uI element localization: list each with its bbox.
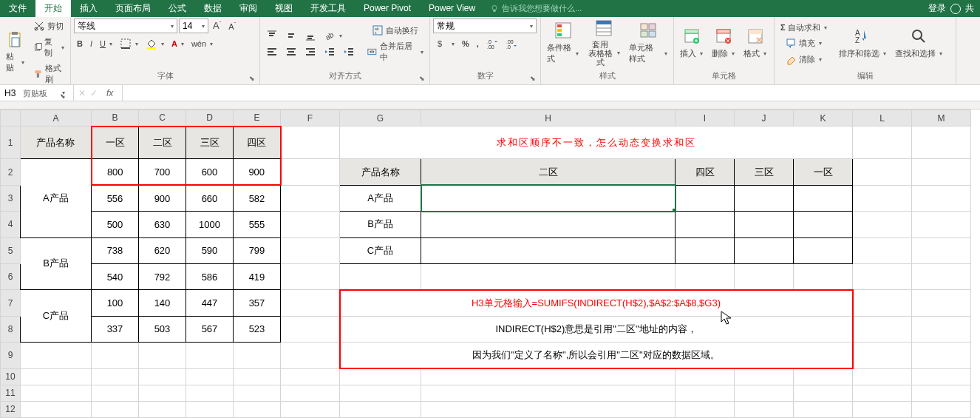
clear-button[interactable]: 清除▾ [777,53,830,67]
cell[interactable] [735,401,794,417]
autosum-button[interactable]: Σ自动求和▾ [777,21,830,35]
row-header-11[interactable]: 11 [1,385,21,401]
cell[interactable] [912,368,971,385]
login-link[interactable]: 登录 [928,2,946,15]
font-size-select[interactable]: 14▾ [179,18,208,33]
cell[interactable] [853,237,912,263]
cell[interactable]: 二区 [139,127,186,159]
cell[interactable]: 三区 [735,159,794,185]
note-line-3[interactable]: 因为我们"定义了名称",所以会引用"二区"对应的数据区域。 [340,343,853,368]
cell[interactable] [281,290,340,316]
cell[interactable] [234,343,281,368]
cell[interactable] [281,263,340,289]
cell[interactable] [912,212,971,237]
cell[interactable]: 700 [139,159,186,185]
col-header-L[interactable]: L [853,110,912,127]
cell[interactable] [139,401,186,417]
align-left-button[interactable] [263,44,281,59]
cell[interactable]: 四区 [234,127,281,159]
clipboard-launcher[interactable]: ⬊ [60,92,66,100]
decrease-indent-button[interactable] [321,44,338,59]
cell[interactable]: 590 [186,237,234,263]
cell[interactable]: 503 [139,316,186,342]
cell[interactable] [794,263,853,289]
orientation-button[interactable]: ab▾ [321,28,345,43]
underline-button[interactable]: U▾ [97,38,115,50]
grow-font-button[interactable]: Aˆ [210,18,224,33]
formula-input[interactable] [123,88,980,98]
cell[interactable] [676,212,735,237]
format-painter-button[interactable]: 格式刷 [30,61,67,87]
cell[interactable] [21,343,92,368]
col-header-D[interactable]: D [186,110,234,127]
cell[interactable] [853,212,912,237]
col-header-A[interactable]: A [21,110,92,127]
cell[interactable] [794,212,853,237]
conditional-format-button[interactable]: 条件格式▾ [544,41,582,66]
cell[interactable] [421,385,676,401]
cell[interactable] [794,237,853,263]
cell[interactable] [853,343,912,368]
cell[interactable]: 四区 [676,159,735,185]
enter-formula-icon[interactable]: ✓ [90,88,98,98]
cell[interactable] [912,159,971,185]
tell-me-search[interactable]: 告诉我您想要做什么... [490,3,582,14]
cell[interactable]: 1000 [186,212,234,237]
number-format-select[interactable]: 常规▾ [433,18,537,33]
cell[interactable]: 产品名称 [340,159,421,185]
cell[interactable]: 792 [139,263,186,289]
merge-center-button[interactable]: 合并后居中▾ [364,39,426,64]
cell[interactable]: 二区 [421,159,676,185]
cell[interactable] [735,368,794,385]
cell[interactable] [281,401,340,417]
format-cells-button[interactable]: 格式▾ [741,47,769,61]
cell[interactable]: 500 [92,212,139,237]
row-header-6[interactable]: 6 [1,263,21,289]
cell[interactable]: B产品 [340,212,421,237]
cell[interactable] [186,401,234,417]
cut-button[interactable]: 剪切 [30,18,67,33]
cell[interactable] [92,385,139,401]
cell[interactable] [92,368,139,385]
tab-page-layout[interactable]: 页面布局 [106,0,160,17]
tab-home[interactable]: 开始 [35,0,71,17]
row-header-5[interactable]: 5 [1,237,21,263]
cell[interactable] [421,212,676,237]
cell[interactable] [912,263,971,289]
cell[interactable] [186,343,234,368]
cell[interactable]: C产品 [21,290,92,343]
align-right-button[interactable] [302,44,319,59]
cell[interactable] [794,401,853,417]
cell[interactable]: A产品 [21,159,92,237]
cell-styles-button[interactable]: 单元格样式▾ [626,41,671,66]
row-header-8[interactable]: 8 [1,316,21,342]
cancel-formula-icon[interactable]: ✕ [78,88,86,98]
increase-indent-button[interactable] [340,44,358,59]
col-header-M[interactable]: M [912,110,971,127]
cell[interactable] [794,185,853,211]
font-name-select[interactable]: 等线▾ [74,18,177,33]
cell[interactable]: 三区 [186,127,234,159]
accounting-format-button[interactable]: $▾ [433,36,457,51]
cell[interactable] [21,385,92,401]
col-header-G[interactable]: G [340,110,421,127]
tab-view[interactable]: 视图 [266,0,302,17]
find-select-button[interactable]: 查找和选择▾ [892,47,945,61]
cell[interactable] [421,237,676,263]
cell[interactable] [735,185,794,211]
cell[interactable] [281,212,340,237]
cell[interactable]: 447 [186,290,234,316]
cell[interactable]: 337 [92,316,139,342]
cell[interactable] [234,401,281,417]
cell[interactable] [234,368,281,385]
increase-decimal-button[interactable]: .0.00 [483,36,501,51]
note-line-2[interactable]: INDIRECT(H$2)意思是引用"二区"地址的内容， [340,316,853,342]
number-launcher[interactable]: ⬊ [530,75,536,82]
cell[interactable] [912,237,971,263]
cell[interactable] [853,368,912,385]
cell[interactable] [853,159,912,185]
cell[interactable]: 567 [186,316,234,342]
cell[interactable] [912,127,971,159]
cell[interactable] [676,385,735,401]
tab-insert[interactable]: 插入 [71,0,106,17]
